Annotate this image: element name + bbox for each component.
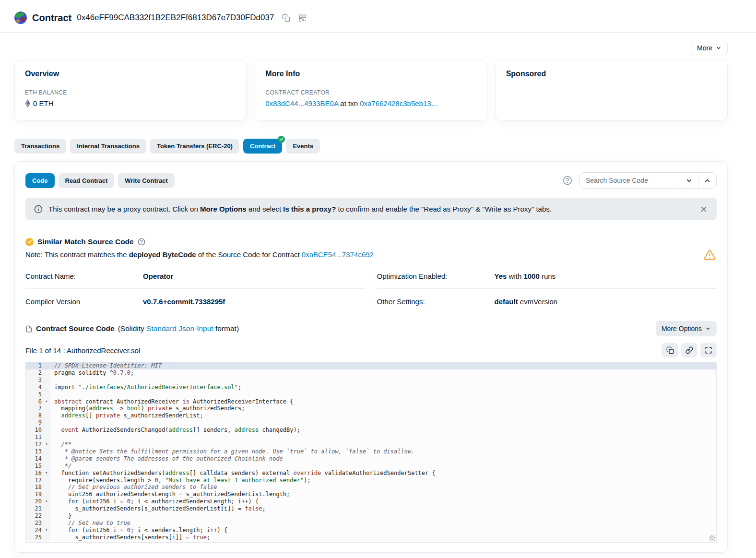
code-text: // Set new to true bbox=[50, 520, 130, 527]
permalink-button[interactable] bbox=[681, 343, 697, 357]
similar-match-title: Similar Match Source Code bbox=[37, 237, 134, 246]
code-text: address[] private s_authorizedSenderList… bbox=[50, 412, 203, 419]
copy-source-button[interactable] bbox=[662, 343, 678, 357]
subtab-read-contract[interactable]: Read Contract bbox=[59, 173, 115, 188]
expand-icon bbox=[705, 346, 712, 354]
code-text: * @notice Sets the fulfillment permissio… bbox=[50, 448, 414, 455]
fold-gutter bbox=[43, 369, 50, 377]
sponsored-card: Sponsored bbox=[496, 60, 728, 121]
code-line: 12▾ /** bbox=[26, 441, 716, 448]
fold-arrow-icon[interactable]: ▾ bbox=[43, 441, 50, 448]
fold-gutter bbox=[43, 512, 50, 520]
eth-balance-value: 0 ETH bbox=[25, 99, 236, 107]
line-number: 6 bbox=[26, 398, 43, 405]
creator-txn-link[interactable]: 0xa7662428c3b5eb13… bbox=[360, 99, 438, 107]
fold-gutter bbox=[43, 505, 50, 512]
code-line: 17 require(senders.length > 0, "Must hav… bbox=[26, 477, 716, 484]
tab-contract[interactable]: Contract bbox=[243, 139, 282, 154]
json-input-link[interactable]: Standard Json-Input bbox=[146, 324, 213, 332]
more-button-label: More bbox=[697, 44, 712, 52]
line-number: 12 bbox=[26, 441, 43, 448]
tab-transactions[interactable]: Transactions bbox=[14, 139, 66, 154]
proxy-notice-text: This contract may be a proxy contract. C… bbox=[48, 205, 552, 213]
fold-gutter bbox=[43, 463, 50, 470]
line-number: 4 bbox=[26, 384, 43, 391]
line-number: 15 bbox=[26, 463, 43, 470]
code-line: 19 uint256 authorizedSendersLength = s_a… bbox=[26, 491, 716, 498]
search-next-button[interactable] bbox=[698, 173, 716, 188]
code-line: 13 * @notice Sets the fulfillment permis… bbox=[26, 448, 716, 455]
code-text bbox=[50, 391, 58, 398]
code-text: for (uint256 i = 0; i < senders.length; … bbox=[50, 527, 227, 534]
fold-gutter bbox=[43, 419, 50, 427]
line-number: 25 bbox=[26, 534, 43, 541]
code-line: 2pragma solidity ^0.7.0; bbox=[26, 369, 716, 377]
code-text bbox=[50, 434, 58, 441]
help-circle-icon[interactable] bbox=[138, 238, 145, 246]
line-number: 14 bbox=[26, 455, 43, 463]
fold-arrow-icon[interactable]: ▾ bbox=[43, 470, 50, 477]
code-line: 24▾ for (uint256 i = 0; i < senders.leng… bbox=[26, 527, 716, 534]
code-line: 18 // Set previous authorized senders to… bbox=[26, 484, 716, 491]
line-number: 20 bbox=[26, 498, 43, 505]
warning-triangle-icon[interactable] bbox=[704, 249, 716, 261]
other-settings-value: default evmVersion bbox=[495, 297, 558, 306]
creator-address-link[interactable]: 0x83dC44...4933BE0A bbox=[265, 99, 338, 107]
code-editor[interactable]: 1// SPDX-License-Identifier: MIT2pragma … bbox=[25, 362, 717, 543]
subtab-write-contract[interactable]: Write Contract bbox=[118, 173, 174, 188]
code-text: for (uint256 i = 0; i < authorizedSender… bbox=[50, 498, 259, 505]
line-number: 23 bbox=[26, 520, 43, 527]
fold-arrow-icon[interactable]: ▾ bbox=[43, 498, 50, 505]
code-text: /** bbox=[50, 441, 71, 448]
proxy-notice: This contract may be a proxy contract. C… bbox=[25, 198, 717, 220]
code-line: 20▾ for (uint256 i = 0; i < authorizedSe… bbox=[26, 498, 716, 505]
tab-internal-transactions[interactable]: Internal Transactions bbox=[70, 139, 146, 154]
copy-icon[interactable] bbox=[282, 14, 290, 22]
help-circle-icon[interactable] bbox=[563, 176, 572, 185]
code-line: 8 address[] private s_authorizedSenderLi… bbox=[26, 412, 716, 419]
code-line: 10 event AuthorizedSendersChanged(addres… bbox=[26, 427, 716, 434]
subtab-code[interactable]: Code bbox=[25, 173, 55, 188]
tab-token-transfers-erc-20[interactable]: Token Transfers (ERC-20) bbox=[150, 139, 239, 154]
expand-button[interactable] bbox=[700, 343, 717, 357]
source-code-format: (Solidity Standard Json-Input format) bbox=[118, 324, 239, 333]
fold-gutter bbox=[43, 412, 50, 419]
eth-diamond-icon bbox=[25, 99, 30, 107]
nav-tabs: TransactionsInternal TransactionsToken T… bbox=[14, 139, 728, 154]
search-prev-button[interactable] bbox=[680, 173, 698, 188]
other-settings-label: Other Settings: bbox=[377, 297, 495, 306]
resize-handle[interactable] bbox=[709, 535, 715, 541]
chevron-down-icon bbox=[685, 177, 693, 184]
line-number: 2 bbox=[26, 369, 43, 377]
fold-gutter bbox=[43, 448, 50, 455]
line-number: 21 bbox=[26, 505, 43, 512]
line-number: 19 bbox=[26, 491, 43, 498]
code-line: 6▾abstract contract AuthorizedReceiver i… bbox=[26, 398, 716, 405]
tab-events[interactable]: Events bbox=[286, 139, 320, 154]
code-text: abstract contract AuthorizedReceiver is … bbox=[50, 398, 294, 405]
more-button[interactable]: More bbox=[691, 41, 728, 55]
chevron-down-icon bbox=[705, 326, 711, 332]
fold-arrow-icon[interactable]: ▾ bbox=[43, 527, 50, 534]
close-icon[interactable] bbox=[699, 205, 708, 214]
eth-balance-label: ETH BALANCE bbox=[25, 89, 236, 96]
line-number: 3 bbox=[26, 377, 43, 384]
line-number: 9 bbox=[26, 419, 43, 427]
code-text: // Set previous authorized senders to fa… bbox=[50, 484, 217, 491]
contract-address: 0x46eFF99CAB332f1B2EB2Ff6813D67e7D30FDd0… bbox=[77, 13, 274, 23]
code-line: 14 * @param senders The addresses of the… bbox=[26, 455, 716, 463]
page-title: Contract bbox=[32, 12, 71, 24]
fold-gutter bbox=[43, 391, 50, 398]
code-line: 22 } bbox=[26, 512, 716, 520]
fold-arrow-icon[interactable]: ▾ bbox=[43, 398, 50, 405]
more-options-button[interactable]: More Options bbox=[656, 321, 717, 336]
contract-creator-label: CONTRACT CREATOR bbox=[265, 89, 476, 96]
line-number: 1 bbox=[26, 362, 43, 369]
matched-contract-link[interactable]: 0xaBCE54...7374c692 bbox=[302, 250, 374, 259]
search-source-input[interactable] bbox=[580, 173, 680, 188]
optimization-label: Optimization Enabled: bbox=[377, 272, 495, 280]
line-number: 22 bbox=[26, 512, 43, 520]
code-line: 23 // Set new to true bbox=[26, 520, 716, 527]
qr-code-icon[interactable] bbox=[298, 14, 307, 22]
fold-gutter bbox=[43, 520, 50, 527]
